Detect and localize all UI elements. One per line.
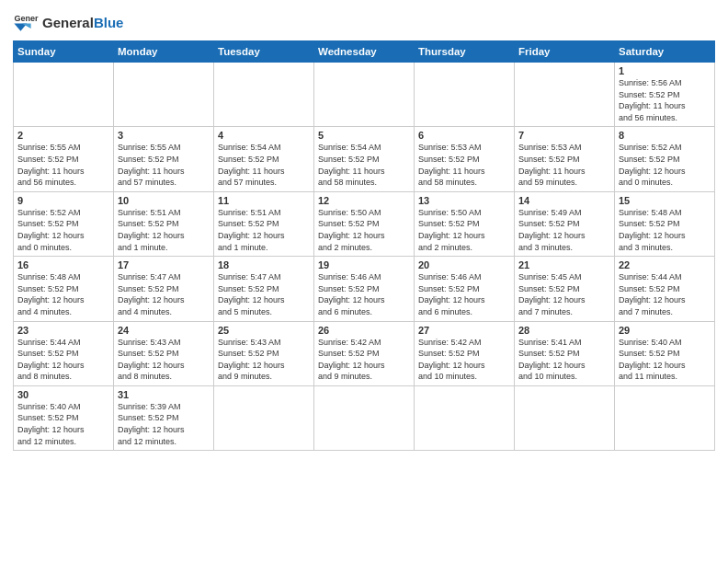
calendar-cell: 27Sunrise: 5:42 AM Sunset: 5:52 PM Dayli… <box>415 321 515 385</box>
day-number: 18 <box>218 259 310 270</box>
day-number: 4 <box>218 130 310 141</box>
day-number: 7 <box>518 130 610 141</box>
day-number: 2 <box>17 130 109 141</box>
calendar-week-row: 1Sunrise: 5:56 AM Sunset: 5:52 PM Daylig… <box>14 63 715 127</box>
day-info: Sunrise: 5:41 AM Sunset: 5:52 PM Dayligh… <box>518 337 610 383</box>
day-info: Sunrise: 5:47 AM Sunset: 5:52 PM Dayligh… <box>218 271 310 317</box>
calendar-cell: 7Sunrise: 5:53 AM Sunset: 5:52 PM Daylig… <box>515 127 615 191</box>
calendar-cell: 20Sunrise: 5:46 AM Sunset: 5:52 PM Dayli… <box>415 257 515 321</box>
logo-text: GeneralBlue <box>42 16 123 29</box>
calendar-cell: 6Sunrise: 5:53 AM Sunset: 5:52 PM Daylig… <box>415 127 515 191</box>
day-info: Sunrise: 5:50 AM Sunset: 5:52 PM Dayligh… <box>418 207 510 253</box>
day-number: 1 <box>619 65 711 76</box>
day-info: Sunrise: 5:43 AM Sunset: 5:52 PM Dayligh… <box>218 337 310 383</box>
svg-text:General: General <box>14 14 39 23</box>
calendar-cell <box>415 385 515 450</box>
day-number: 25 <box>218 325 310 336</box>
calendar-cell: 21Sunrise: 5:45 AM Sunset: 5:52 PM Dayli… <box>515 257 615 321</box>
day-of-week-header: Sunday <box>14 41 114 63</box>
day-number: 14 <box>518 195 610 206</box>
day-of-week-header: Monday <box>114 41 214 63</box>
calendar-cell: 29Sunrise: 5:40 AM Sunset: 5:52 PM Dayli… <box>615 321 715 385</box>
calendar-cell: 8Sunrise: 5:52 AM Sunset: 5:52 PM Daylig… <box>615 127 715 191</box>
calendar-cell: 23Sunrise: 5:44 AM Sunset: 5:52 PM Dayli… <box>14 321 114 385</box>
day-number: 11 <box>218 195 310 206</box>
calendar-week-row: 2Sunrise: 5:55 AM Sunset: 5:52 PM Daylig… <box>14 127 715 191</box>
calendar-cell: 2Sunrise: 5:55 AM Sunset: 5:52 PM Daylig… <box>14 127 114 191</box>
day-number: 6 <box>418 130 510 141</box>
day-info: Sunrise: 5:53 AM Sunset: 5:52 PM Dayligh… <box>518 142 610 188</box>
calendar-cell <box>615 385 715 450</box>
calendar-cell: 3Sunrise: 5:55 AM Sunset: 5:52 PM Daylig… <box>114 127 214 191</box>
day-number: 5 <box>318 130 410 141</box>
day-info: Sunrise: 5:42 AM Sunset: 5:52 PM Dayligh… <box>418 337 510 383</box>
day-info: Sunrise: 5:46 AM Sunset: 5:52 PM Dayligh… <box>418 271 510 317</box>
calendar-cell: 11Sunrise: 5:51 AM Sunset: 5:52 PM Dayli… <box>214 191 314 256</box>
calendar-cell <box>314 385 415 450</box>
day-info: Sunrise: 5:48 AM Sunset: 5:52 PM Dayligh… <box>17 271 109 317</box>
day-info: Sunrise: 5:55 AM Sunset: 5:52 PM Dayligh… <box>17 142 109 188</box>
day-number: 24 <box>118 325 210 336</box>
day-number: 22 <box>619 259 711 270</box>
day-info: Sunrise: 5:43 AM Sunset: 5:52 PM Dayligh… <box>118 337 210 383</box>
day-of-week-header: Tuesday <box>214 41 314 63</box>
calendar-cell: 15Sunrise: 5:48 AM Sunset: 5:52 PM Dayli… <box>615 191 715 256</box>
day-info: Sunrise: 5:51 AM Sunset: 5:52 PM Dayligh… <box>218 207 310 253</box>
calendar-cell <box>515 385 615 450</box>
day-info: Sunrise: 5:44 AM Sunset: 5:52 PM Dayligh… <box>17 337 109 383</box>
calendar-cell: 16Sunrise: 5:48 AM Sunset: 5:52 PM Dayli… <box>14 257 114 321</box>
day-info: Sunrise: 5:42 AM Sunset: 5:52 PM Dayligh… <box>318 337 410 383</box>
day-info: Sunrise: 5:53 AM Sunset: 5:52 PM Dayligh… <box>418 142 510 188</box>
day-number: 29 <box>619 325 711 336</box>
day-of-week-header: Wednesday <box>314 41 415 63</box>
calendar-cell: 17Sunrise: 5:47 AM Sunset: 5:52 PM Dayli… <box>114 257 214 321</box>
day-number: 8 <box>619 130 711 141</box>
day-number: 27 <box>418 325 510 336</box>
calendar-cell <box>214 385 314 450</box>
day-number: 26 <box>318 325 410 336</box>
day-of-week-header: Thursday <box>415 41 515 63</box>
header: General GeneralBlue <box>13 9 715 35</box>
calendar-cell: 13Sunrise: 5:50 AM Sunset: 5:52 PM Dayli… <box>415 191 515 256</box>
day-info: Sunrise: 5:56 AM Sunset: 5:52 PM Dayligh… <box>619 77 711 123</box>
calendar-week-row: 23Sunrise: 5:44 AM Sunset: 5:52 PM Dayli… <box>14 321 715 385</box>
day-number: 17 <box>118 259 210 270</box>
calendar-cell: 14Sunrise: 5:49 AM Sunset: 5:52 PM Dayli… <box>515 191 615 256</box>
day-info: Sunrise: 5:50 AM Sunset: 5:52 PM Dayligh… <box>318 207 410 253</box>
day-number: 19 <box>318 259 410 270</box>
day-info: Sunrise: 5:44 AM Sunset: 5:52 PM Dayligh… <box>619 271 711 317</box>
page: General GeneralBlue SundayMondayTuesdayW… <box>0 0 728 563</box>
logo: General GeneralBlue <box>13 9 123 35</box>
day-number: 3 <box>118 130 210 141</box>
day-info: Sunrise: 5:54 AM Sunset: 5:52 PM Dayligh… <box>318 142 410 188</box>
calendar-cell: 24Sunrise: 5:43 AM Sunset: 5:52 PM Dayli… <box>114 321 214 385</box>
calendar-cell <box>114 63 214 127</box>
calendar-cell: 19Sunrise: 5:46 AM Sunset: 5:52 PM Dayli… <box>314 257 415 321</box>
calendar-cell <box>314 63 415 127</box>
day-number: 28 <box>518 325 610 336</box>
calendar-cell: 25Sunrise: 5:43 AM Sunset: 5:52 PM Dayli… <box>214 321 314 385</box>
day-number: 30 <box>17 389 109 400</box>
calendar-cell: 18Sunrise: 5:47 AM Sunset: 5:52 PM Dayli… <box>214 257 314 321</box>
day-number: 10 <box>118 195 210 206</box>
day-info: Sunrise: 5:49 AM Sunset: 5:52 PM Dayligh… <box>518 207 610 253</box>
calendar: SundayMondayTuesdayWednesdayThursdayFrid… <box>13 40 715 451</box>
calendar-cell: 4Sunrise: 5:54 AM Sunset: 5:52 PM Daylig… <box>214 127 314 191</box>
day-info: Sunrise: 5:40 AM Sunset: 5:52 PM Dayligh… <box>619 337 711 383</box>
day-number: 31 <box>118 389 210 400</box>
day-info: Sunrise: 5:52 AM Sunset: 5:52 PM Dayligh… <box>619 142 711 188</box>
day-of-week-header: Friday <box>515 41 615 63</box>
calendar-cell: 31Sunrise: 5:39 AM Sunset: 5:52 PM Dayli… <box>114 385 214 450</box>
calendar-week-row: 9Sunrise: 5:52 AM Sunset: 5:52 PM Daylig… <box>14 191 715 256</box>
calendar-cell: 22Sunrise: 5:44 AM Sunset: 5:52 PM Dayli… <box>615 257 715 321</box>
calendar-cell: 26Sunrise: 5:42 AM Sunset: 5:52 PM Dayli… <box>314 321 415 385</box>
calendar-cell: 28Sunrise: 5:41 AM Sunset: 5:52 PM Dayli… <box>515 321 615 385</box>
calendar-cell <box>515 63 615 127</box>
day-number: 16 <box>17 259 109 270</box>
day-number: 20 <box>418 259 510 270</box>
day-info: Sunrise: 5:48 AM Sunset: 5:52 PM Dayligh… <box>619 207 711 253</box>
calendar-cell: 12Sunrise: 5:50 AM Sunset: 5:52 PM Dayli… <box>314 191 415 256</box>
calendar-cell: 10Sunrise: 5:51 AM Sunset: 5:52 PM Dayli… <box>114 191 214 256</box>
calendar-cell: 1Sunrise: 5:56 AM Sunset: 5:52 PM Daylig… <box>615 63 715 127</box>
calendar-cell: 5Sunrise: 5:54 AM Sunset: 5:52 PM Daylig… <box>314 127 415 191</box>
